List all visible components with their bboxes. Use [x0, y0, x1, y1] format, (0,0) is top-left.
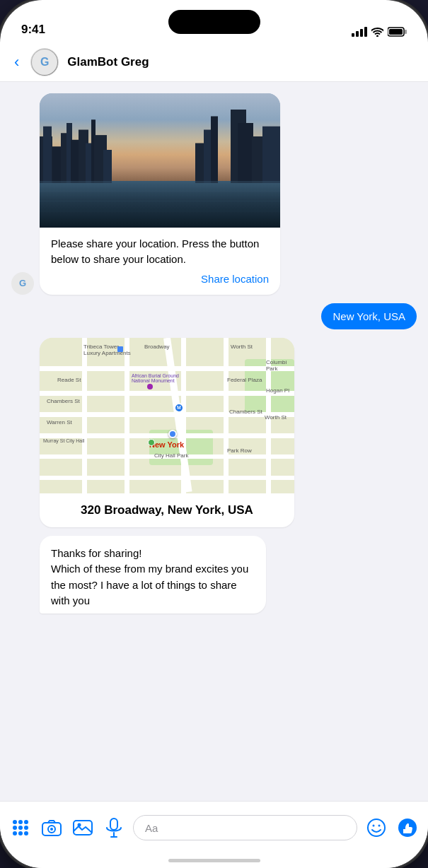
message-row: G	[11, 93, 417, 295]
map-address: 320 Broadway, New York, USA	[40, 493, 294, 527]
bot-avatar: G	[11, 272, 34, 295]
map-label-reade: Reade St	[57, 377, 81, 383]
signal-bar-3	[360, 29, 363, 37]
partial-bubble: Thanks for sharing!Which of these from m…	[40, 536, 266, 614]
map-label-parkrow: Park Row	[227, 447, 252, 454]
avatar-inner: G	[32, 49, 57, 75]
map-label-worth: Worth St	[231, 344, 253, 350]
apps-button[interactable]	[8, 816, 33, 840]
svg-point-43	[368, 819, 385, 836]
status-time: 9:41	[21, 23, 45, 37]
road-v2	[125, 338, 129, 493]
signal-bar-2	[356, 31, 359, 37]
svg-point-34	[24, 831, 28, 835]
apps-icon	[11, 819, 30, 837]
road-h2	[40, 391, 294, 396]
map-pin	[168, 430, 177, 438]
back-button[interactable]: ‹	[11, 50, 22, 74]
svg-point-28	[24, 820, 28, 824]
svg-rect-19	[238, 123, 253, 184]
map-label-african: African Burial GroundNational Monument	[132, 373, 179, 383]
svg-point-30	[18, 826, 23, 830]
svg-rect-21	[262, 127, 280, 184]
wifi-icon	[371, 28, 383, 37]
svg-point-31	[24, 826, 28, 830]
thumbsup-button[interactable]	[395, 816, 420, 840]
avatar: G	[30, 48, 59, 76]
road-h4	[40, 433, 294, 438]
map-label-broadway-label: Broadway	[144, 344, 170, 350]
signal-bar-1	[352, 33, 354, 37]
camera-button[interactable]	[40, 816, 64, 840]
svg-point-45	[378, 825, 381, 827]
road-v3	[181, 338, 186, 493]
svg-rect-22	[40, 181, 280, 228]
bot-message-text: Please share your location. Press the bu…	[40, 228, 280, 270]
dynamic-island	[168, 10, 260, 34]
map-dot-green	[148, 439, 155, 446]
svg-point-27	[18, 820, 23, 824]
svg-rect-8	[71, 140, 79, 184]
svg-point-44	[373, 825, 375, 827]
road-h6	[40, 476, 294, 480]
map-label-chambers2: Chambers St	[229, 409, 262, 415]
map-label-cityhall: City Hall Park	[154, 452, 188, 459]
map-marker-chambers: M	[174, 403, 184, 413]
map-marker-small	[117, 346, 123, 352]
map-bubble: Tribeca TowerLuxury Apartments Reade St …	[40, 338, 294, 527]
phone-screen: 9:41	[0, 0, 428, 868]
map-label-hogan: Hogan Pl	[266, 387, 289, 394]
svg-rect-13	[103, 150, 112, 184]
thumbsup-icon	[398, 818, 417, 838]
svg-rect-40	[110, 819, 117, 830]
map-label-columbia: ColumbiPark	[266, 359, 287, 372]
svg-rect-1	[405, 30, 407, 34]
svg-rect-2	[389, 29, 403, 35]
chat-area[interactable]: G	[0, 82, 428, 801]
map-label-federal: Federal Plaza	[227, 377, 262, 383]
map-label-1: Tribeca TowerLuxury Apartments	[83, 344, 131, 356]
partial-text: Thanks for sharing!Which of these from m…	[51, 547, 248, 607]
signal-icon	[352, 27, 367, 37]
microphone-button[interactable]	[102, 816, 126, 840]
input-placeholder: Aa	[145, 822, 158, 834]
bot-message-bubble: Please share your location. Press the bu…	[40, 93, 280, 295]
map-label-murray: Murray St City Hall	[43, 438, 84, 443]
address-text: 320 Broadway, New York, USA	[81, 503, 253, 517]
nav-bar: ‹ G GlamBot Greg	[0, 42, 428, 82]
avatar-letter: G	[40, 56, 49, 69]
partial-message-row: Thanks for sharing!Which of these from m…	[11, 536, 417, 614]
emoji-button[interactable]	[364, 816, 388, 840]
outgoing-text: New York, USA	[332, 310, 405, 322]
svg-point-29	[13, 826, 17, 830]
home-indicator	[168, 859, 260, 862]
svg-rect-16	[211, 116, 218, 183]
road-h1	[40, 366, 294, 371]
map-image: Tribeca TowerLuxury Apartments Reade St …	[40, 338, 294, 493]
photo-button[interactable]	[71, 816, 95, 840]
city-image	[40, 93, 280, 228]
svg-point-26	[13, 820, 17, 824]
microphone-icon	[105, 818, 122, 838]
message-input[interactable]: Aa	[133, 815, 357, 840]
battery-icon	[388, 27, 407, 37]
map-dot-purple	[147, 384, 153, 389]
share-location-button[interactable]: Share location	[40, 270, 280, 295]
camera-icon	[42, 819, 62, 836]
phone-frame: 9:41	[0, 0, 428, 868]
photo-icon	[73, 819, 93, 837]
reflection-svg	[40, 181, 280, 228]
map-label-warren: Warren St	[47, 419, 72, 426]
signal-bar-4	[364, 27, 367, 37]
outgoing-message-row: New York, USA	[11, 303, 417, 329]
emoji-icon	[366, 818, 386, 838]
outgoing-bubble: New York, USA	[321, 303, 417, 329]
map-message-row: Tribeca TowerLuxury Apartments Reade St …	[11, 338, 417, 527]
svg-point-32	[13, 831, 17, 835]
svg-rect-4	[43, 127, 52, 184]
road-v4	[224, 338, 229, 493]
status-icons	[352, 27, 407, 37]
toolbar: Aa	[0, 801, 428, 868]
buildings-svg	[40, 110, 280, 184]
road-v1	[82, 338, 87, 493]
